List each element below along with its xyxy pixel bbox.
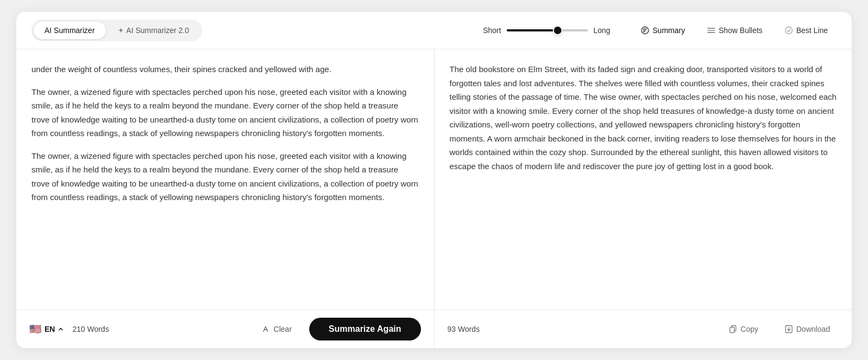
svg-rect-2 <box>707 30 715 30</box>
left-paragraph-3: The owner, a wizened figure with spectac… <box>31 149 419 204</box>
tab-ai-summarizer[interactable]: AI Summarizer <box>34 22 106 39</box>
footer-left: 🇺🇸 EN 210 Words Clear Summarize Again <box>16 310 435 348</box>
app-container: AI Summarizer ✦AI Summarizer 2.0 Short L… <box>16 12 852 348</box>
left-panel: under the weight of countless volumes, t… <box>16 49 435 310</box>
right-word-count: 93 Words <box>448 325 480 333</box>
summary-button[interactable]: Summary <box>632 22 694 39</box>
download-button[interactable]: Download <box>776 320 839 338</box>
left-paragraph-2: The owner, a wizened figure with spectac… <box>31 85 419 140</box>
summarize-button[interactable]: Summarize Again <box>309 318 421 340</box>
best-line-button[interactable]: Best Line <box>776 22 837 39</box>
left-word-count: 210 Words <box>72 325 108 333</box>
copy-button[interactable]: Copy <box>720 320 767 338</box>
clear-button[interactable]: Clear <box>253 320 300 338</box>
bullets-icon <box>707 26 716 35</box>
sparkle-icon: ✦ <box>118 26 124 35</box>
right-controls: Summary Show Bullets Best Line <box>632 22 837 39</box>
chevron-up-icon <box>58 326 63 332</box>
clear-icon <box>261 325 270 333</box>
right-panel: The old bookstore on Elm Street, with it… <box>435 49 852 310</box>
svg-point-4 <box>785 27 792 34</box>
tab-ai-summarizer-2[interactable]: ✦AI Summarizer 2.0 <box>107 22 200 39</box>
copy-icon <box>729 325 737 333</box>
svg-rect-6 <box>730 327 735 333</box>
language-selector[interactable]: 🇺🇸 EN <box>29 323 63 335</box>
flag-icon: 🇺🇸 <box>29 323 41 335</box>
length-long-label: Long <box>593 26 610 35</box>
download-icon <box>784 325 793 333</box>
show-bullets-button[interactable]: Show Bullets <box>698 22 771 39</box>
length-control: Short Long <box>483 26 610 35</box>
header: AI Summarizer ✦AI Summarizer 2.0 Short L… <box>16 12 852 49</box>
footer-right: 93 Words Copy Download <box>435 310 852 348</box>
right-summary-text: The old bookstore on Elm Street, with it… <box>450 62 837 173</box>
language-label: EN <box>44 325 55 333</box>
tab-group: AI Summarizer ✦AI Summarizer 2.0 <box>31 20 202 41</box>
content-area: under the weight of countless volumes, t… <box>16 49 852 310</box>
summary-icon <box>641 26 649 35</box>
length-short-label: Short <box>483 26 501 35</box>
length-slider[interactable] <box>507 29 588 31</box>
svg-rect-1 <box>707 28 715 29</box>
left-paragraph-1: under the weight of countless volumes, t… <box>31 62 419 76</box>
svg-rect-3 <box>707 32 715 33</box>
footer: 🇺🇸 EN 210 Words Clear Summarize Again 93… <box>16 310 852 348</box>
bestline-icon <box>784 26 793 35</box>
